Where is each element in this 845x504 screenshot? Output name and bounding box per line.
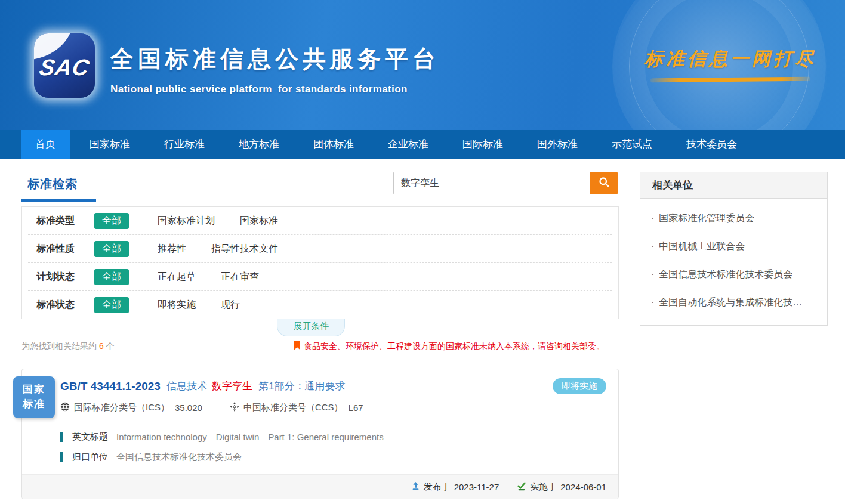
- nav-foreign-standard[interactable]: 国外标准: [523, 130, 592, 159]
- ics-classification: 国际标准分类号（ICS） 35.020: [60, 402, 202, 413]
- header-banner: SAC 全国标准信息公共服务平台 National public service…: [0, 0, 845, 130]
- check-icon: [517, 481, 530, 493]
- national-standard-badge: 国家 标准: [13, 376, 55, 418]
- filter-label: 标准状态: [36, 299, 94, 311]
- nav-enterprise-standard[interactable]: 企业标准: [374, 130, 443, 159]
- filter-option[interactable]: 现行: [221, 299, 240, 311]
- filter-row-plan-status: 计划状态 全部 正在起草 正在审查: [22, 263, 618, 290]
- teal-bar: [60, 432, 63, 442]
- related-units-box: 相关单位 ·国家标准化管理委员会 ·中国机械工业联合会 ·全国信息技术标准化技术…: [640, 172, 828, 326]
- nav-technical-committee[interactable]: 技术委员会: [672, 130, 751, 159]
- globe-icon: [60, 402, 74, 413]
- publish-date: 发布于 2023-11-27: [411, 481, 499, 493]
- standard-code-link[interactable]: GB/T 43441.1-2023: [60, 380, 161, 393]
- slogan-text: 标准信息一网打尽: [644, 47, 816, 72]
- filter-label: 计划状态: [36, 271, 94, 283]
- english-title-row: 英文标题 Information technology—Digital twin…: [60, 431, 606, 443]
- related-unit-link[interactable]: ·全国信息技术标准化技术委员会: [651, 261, 816, 289]
- related-unit-link[interactable]: ·中国机械工业联合会: [651, 233, 816, 261]
- standard-title-part[interactable]: 信息技术: [166, 379, 207, 393]
- search-icon: [598, 176, 610, 190]
- main-nav: 首页 国家标准 行业标准 地方标准 团体标准 企业标准 国际标准 国外标准 示范…: [0, 130, 845, 159]
- banner-slogan: 标准信息一网打尽: [644, 47, 816, 82]
- filter-selected-all[interactable]: 全部: [94, 213, 129, 229]
- filter-option[interactable]: 推荐性: [158, 243, 186, 255]
- dept-value: 全国信息技术标准化技术委员会: [116, 452, 242, 463]
- section-title-underline: [21, 199, 96, 202]
- filter-option[interactable]: 正在起草: [158, 271, 196, 283]
- nav-pilot[interactable]: 示范试点: [597, 130, 667, 159]
- nav-national-standard[interactable]: 国家标准: [75, 130, 144, 159]
- filter-option[interactable]: 指导性技术文件: [211, 243, 278, 255]
- filter-row-standard-status: 标准状态 全部 即将实施 现行: [22, 291, 618, 319]
- filter-label: 标准性质: [36, 243, 94, 255]
- nav-local-standard[interactable]: 地方标准: [224, 130, 294, 159]
- section-title: 标准检索: [21, 176, 96, 192]
- ccs-value: L67: [349, 403, 363, 413]
- filter-option[interactable]: 正在审查: [221, 271, 259, 283]
- ccs-classification: 中国标准分类号（CCS） L67: [230, 402, 363, 413]
- notice-text: 食品安全、环境保护、工程建设方面的国家标准未纳入本系统，请咨询相关部委。: [304, 341, 605, 352]
- dept-row: 归口单位 全国信息技术标准化技术委员会: [60, 452, 606, 463]
- filter-row-type: 标准类型 全部 国家标准计划 国家标准: [22, 207, 618, 234]
- sac-logo[interactable]: SAC: [34, 33, 95, 98]
- bookmark-icon: [294, 341, 304, 352]
- nav-group-standard[interactable]: 团体标准: [299, 130, 368, 159]
- english-title-value: Information technology—Digital twin—Part…: [116, 432, 384, 442]
- bullet: ·: [651, 213, 654, 223]
- related-unit-link[interactable]: ·全国自动化系统与集成标准化技…: [651, 289, 816, 317]
- search-button[interactable]: [590, 172, 618, 194]
- nav-home[interactable]: 首页: [21, 130, 70, 159]
- implement-date: 实施于 2024-06-01: [517, 481, 606, 493]
- nav-international-standard[interactable]: 国际标准: [448, 130, 517, 159]
- filter-option[interactable]: 即将实施: [158, 299, 196, 311]
- filter-option[interactable]: 国家标准计划: [158, 215, 215, 227]
- bullet: ·: [651, 297, 654, 307]
- site-subtitle: National public service platform for sta…: [110, 84, 440, 95]
- result-count-number: 6: [99, 341, 104, 351]
- result-card: 国家 标准 GB/T 43441.1-2023 信息技术 数字孪生 第1部分：通…: [21, 369, 619, 499]
- bullet: ·: [651, 269, 654, 279]
- compass-icon: [230, 402, 243, 413]
- slogan-underline: [650, 77, 810, 83]
- filter-option[interactable]: 国家标准: [240, 215, 278, 227]
- filter-selected-all[interactable]: 全部: [94, 241, 129, 257]
- filter-box: 标准类型 全部 国家标准计划 国家标准 标准性质 全部 推荐性 指导性技术文件 …: [21, 206, 619, 319]
- standard-title-highlight[interactable]: 数字孪生: [212, 379, 252, 393]
- filter-selected-all[interactable]: 全部: [94, 269, 129, 285]
- teal-bar: [60, 452, 63, 462]
- divider: [60, 422, 606, 422]
- card-footer: 发布于 2023-11-27 实施于 2024-06-01: [22, 474, 618, 499]
- expand-conditions-button[interactable]: 展开条件: [277, 319, 345, 336]
- related-unit-link[interactable]: ·国家标准化管理委员会: [651, 205, 816, 233]
- standard-title-part[interactable]: 第1部分：通用要求: [258, 379, 345, 393]
- result-count: 为您找到相关结果约6个: [21, 341, 115, 352]
- nav-industry-standard[interactable]: 行业标准: [150, 130, 219, 159]
- filter-selected-all[interactable]: 全部: [94, 297, 129, 313]
- search-input[interactable]: [393, 172, 590, 194]
- site-title: 全国标准信息公共服务平台: [110, 43, 440, 75]
- filter-label: 标准类型: [36, 215, 94, 227]
- bullet: ·: [651, 241, 654, 251]
- ics-value: 35.020: [175, 403, 202, 413]
- sac-logo-text: SAC: [34, 55, 95, 81]
- status-badge: 即将实施: [553, 378, 606, 394]
- related-units-title: 相关单位: [640, 172, 827, 199]
- filter-row-nature: 标准性质 全部 推荐性 指导性技术文件: [22, 235, 618, 262]
- publish-icon: [411, 481, 424, 493]
- notice: 食品安全、环境保护、工程建设方面的国家标准未纳入本系统，请咨询相关部委。: [294, 341, 605, 352]
